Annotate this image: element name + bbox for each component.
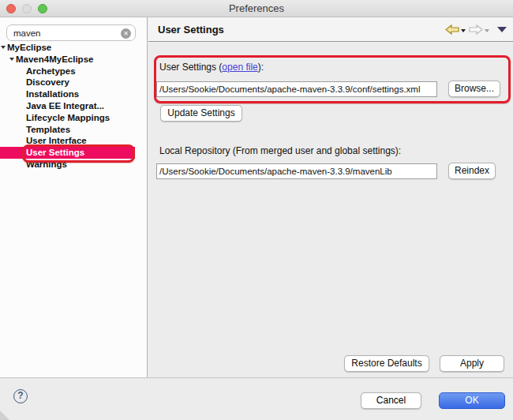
tree-item-label: Java EE Integrat... bbox=[26, 101, 104, 111]
tree-item-user-interface[interactable]: User Interface bbox=[0, 135, 135, 147]
back-dropdown-icon[interactable] bbox=[461, 29, 466, 32]
titlebar: Preferences bbox=[0, 0, 513, 17]
tree-item-user-settings[interactable]: User Settings bbox=[0, 147, 135, 159]
tree-item-label: Archetypes bbox=[26, 66, 76, 76]
tree-item-archetypes[interactable]: Archetypes bbox=[0, 66, 135, 77]
forward-arrow-icon bbox=[469, 24, 483, 35]
tree-item-label: MyEclipse bbox=[7, 43, 51, 52]
history-nav bbox=[445, 24, 507, 35]
back-arrow-icon bbox=[445, 24, 459, 35]
tree-item-myeclipse[interactable]: MyEclipse bbox=[0, 42, 135, 54]
open-file-link[interactable]: open file bbox=[222, 62, 257, 73]
footer-bar: ? Cancel OK bbox=[0, 377, 513, 420]
cancel-button[interactable]: Cancel bbox=[361, 392, 421, 409]
expand-arrow-icon[interactable] bbox=[9, 58, 14, 61]
page-title: User Settings bbox=[158, 24, 224, 36]
local-repository-label: Local Repository (From merged user and g… bbox=[159, 145, 401, 156]
settings-path-input[interactable] bbox=[156, 81, 437, 97]
search-input[interactable] bbox=[13, 26, 116, 39]
tree-item-label: Discovery bbox=[26, 77, 69, 87]
tree-item-templates[interactable]: Templates bbox=[0, 124, 135, 136]
tree-item-lifecycle-mappings[interactable]: Lifecycle Mappings bbox=[0, 112, 135, 124]
view-menu-icon[interactable] bbox=[497, 27, 507, 32]
tree-item-installations[interactable]: Installations bbox=[0, 88, 135, 100]
tree-item-label: User Settings bbox=[26, 148, 84, 157]
clear-search-icon[interactable]: ✕ bbox=[121, 28, 131, 39]
expand-arrow-icon[interactable] bbox=[1, 46, 6, 49]
tree-item-label: Warnings bbox=[26, 159, 67, 169]
label-prefix: User Settings ( bbox=[159, 62, 222, 73]
preferences-tree: MyEclipse Maven4MyEclipse Archetypes Dis… bbox=[0, 42, 135, 171]
tree-item-warnings[interactable]: Warnings bbox=[0, 159, 135, 171]
body-area: ✕ MyEclipse Maven4MyEclipse Archetypes D… bbox=[0, 17, 513, 377]
tree-item-java-ee-integration[interactable]: Java EE Integrat... bbox=[0, 100, 135, 112]
apply-button[interactable]: Apply bbox=[440, 355, 504, 372]
forward-button[interactable] bbox=[469, 24, 489, 35]
local-repository-input[interactable] bbox=[156, 163, 437, 179]
search-field[interactable]: ✕ bbox=[6, 24, 136, 41]
panel-content: User Settings (open file): Browse... Upd… bbox=[148, 42, 513, 377]
ok-button[interactable]: OK bbox=[439, 392, 505, 409]
tree-item-discovery[interactable]: Discovery bbox=[0, 77, 135, 88]
forward-dropdown-icon[interactable] bbox=[485, 29, 489, 32]
tree-item-label: Installations bbox=[26, 89, 79, 99]
window-title: Preferences bbox=[0, 2, 513, 14]
reindex-button[interactable]: Reindex bbox=[448, 163, 496, 179]
restore-defaults-button[interactable]: Restore Defaults bbox=[344, 355, 429, 372]
tree-item-label: Templates bbox=[26, 125, 70, 134]
tree-item-maven4myeclipse[interactable]: Maven4MyEclipse bbox=[0, 54, 135, 66]
update-settings-button[interactable]: Update Settings bbox=[160, 105, 242, 122]
tree-item-label: Lifecycle Mappings bbox=[26, 113, 110, 122]
resize-grip[interactable] bbox=[0, 411, 9, 420]
tree-item-label: Maven4MyEclipse bbox=[16, 54, 93, 64]
main-panel: User Settings bbox=[148, 17, 513, 377]
sidebar: ✕ MyEclipse Maven4MyEclipse Archetypes D… bbox=[0, 17, 148, 377]
back-button[interactable] bbox=[445, 24, 466, 35]
browse-button[interactable]: Browse... bbox=[448, 81, 500, 97]
label-suffix: ): bbox=[258, 62, 264, 73]
preferences-window: Preferences ✕ MyEclipse Maven4MyEclipse … bbox=[0, 0, 513, 420]
tree-item-label: User Interface bbox=[26, 136, 87, 145]
help-button[interactable]: ? bbox=[13, 389, 28, 403]
user-settings-label: User Settings (open file): bbox=[159, 62, 264, 73]
panel-header: User Settings bbox=[148, 17, 513, 42]
